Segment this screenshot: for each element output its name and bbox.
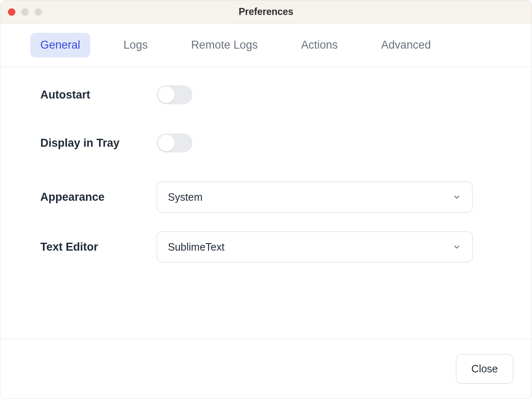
toggle-knob-icon: [158, 135, 175, 151]
footer: Close: [0, 339, 532, 399]
appearance-label: Appearance: [40, 191, 157, 204]
display-in-tray-label: Display in Tray: [40, 137, 157, 150]
chevron-down-icon: [452, 192, 461, 202]
appearance-row: Appearance System: [40, 182, 492, 212]
preferences-window: Preferences General Logs Remote Logs Act…: [0, 0, 532, 399]
display-in-tray-toggle[interactable]: [157, 133, 192, 153]
maximize-window-icon[interactable]: [34, 8, 42, 16]
tab-logs[interactable]: Logs: [113, 33, 158, 57]
tab-actions[interactable]: Actions: [291, 33, 348, 57]
close-button[interactable]: Close: [456, 354, 513, 384]
traffic-lights: [8, 8, 42, 16]
chevron-down-icon: [452, 242, 461, 251]
display-in-tray-row: Display in Tray: [40, 133, 492, 153]
autostart-row: Autostart: [40, 85, 492, 104]
text-editor-value: SublimeText: [168, 241, 224, 253]
appearance-select[interactable]: System: [157, 182, 473, 212]
autostart-toggle[interactable]: [157, 85, 192, 104]
tab-advanced[interactable]: Advanced: [371, 33, 441, 57]
window-title: Preferences: [239, 6, 293, 17]
tab-general[interactable]: General: [30, 33, 90, 57]
text-editor-row: Text Editor SublimeText: [40, 232, 492, 262]
content-area: Autostart Display in Tray Appearance Sys…: [0, 67, 532, 339]
minimize-window-icon[interactable]: [21, 8, 29, 16]
tabs-bar: General Logs Remote Logs Actions Advance…: [0, 24, 532, 67]
autostart-label: Autostart: [40, 89, 157, 101]
toggle-knob-icon: [158, 86, 175, 103]
appearance-value: System: [168, 191, 202, 203]
titlebar: Preferences: [0, 0, 532, 24]
close-window-icon[interactable]: [8, 8, 15, 16]
text-editor-label: Text Editor: [40, 241, 157, 254]
text-editor-select[interactable]: SublimeText: [157, 232, 473, 262]
tab-remote-logs[interactable]: Remote Logs: [181, 33, 268, 57]
